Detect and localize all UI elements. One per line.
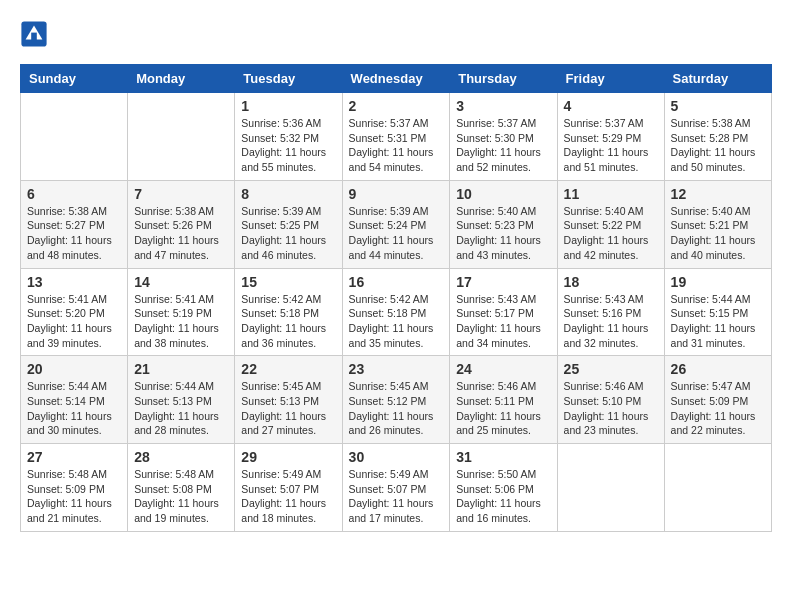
day-number: 24 — [456, 361, 550, 377]
day-info: Sunrise: 5:49 AM Sunset: 5:07 PM Dayligh… — [241, 467, 335, 526]
day-number: 23 — [349, 361, 444, 377]
calendar-cell — [128, 93, 235, 181]
day-info: Sunrise: 5:45 AM Sunset: 5:13 PM Dayligh… — [241, 379, 335, 438]
day-info: Sunrise: 5:37 AM Sunset: 5:31 PM Dayligh… — [349, 116, 444, 175]
day-info: Sunrise: 5:36 AM Sunset: 5:32 PM Dayligh… — [241, 116, 335, 175]
calendar-cell: 6Sunrise: 5:38 AM Sunset: 5:27 PM Daylig… — [21, 180, 128, 268]
calendar-cell: 17Sunrise: 5:43 AM Sunset: 5:17 PM Dayli… — [450, 268, 557, 356]
col-header-friday: Friday — [557, 65, 664, 93]
calendar-cell: 22Sunrise: 5:45 AM Sunset: 5:13 PM Dayli… — [235, 356, 342, 444]
calendar-cell: 2Sunrise: 5:37 AM Sunset: 5:31 PM Daylig… — [342, 93, 450, 181]
day-info: Sunrise: 5:46 AM Sunset: 5:11 PM Dayligh… — [456, 379, 550, 438]
day-info: Sunrise: 5:44 AM Sunset: 5:14 PM Dayligh… — [27, 379, 121, 438]
day-number: 25 — [564, 361, 658, 377]
calendar-cell: 12Sunrise: 5:40 AM Sunset: 5:21 PM Dayli… — [664, 180, 771, 268]
calendar-cell — [557, 444, 664, 532]
day-info: Sunrise: 5:38 AM Sunset: 5:28 PM Dayligh… — [671, 116, 765, 175]
day-number: 28 — [134, 449, 228, 465]
col-header-thursday: Thursday — [450, 65, 557, 93]
day-info: Sunrise: 5:40 AM Sunset: 5:23 PM Dayligh… — [456, 204, 550, 263]
calendar-cell: 26Sunrise: 5:47 AM Sunset: 5:09 PM Dayli… — [664, 356, 771, 444]
calendar-cell: 25Sunrise: 5:46 AM Sunset: 5:10 PM Dayli… — [557, 356, 664, 444]
calendar-cell: 20Sunrise: 5:44 AM Sunset: 5:14 PM Dayli… — [21, 356, 128, 444]
calendar-cell: 9Sunrise: 5:39 AM Sunset: 5:24 PM Daylig… — [342, 180, 450, 268]
day-info: Sunrise: 5:40 AM Sunset: 5:22 PM Dayligh… — [564, 204, 658, 263]
week-row-4: 20Sunrise: 5:44 AM Sunset: 5:14 PM Dayli… — [21, 356, 772, 444]
week-row-2: 6Sunrise: 5:38 AM Sunset: 5:27 PM Daylig… — [21, 180, 772, 268]
calendar-cell: 3Sunrise: 5:37 AM Sunset: 5:30 PM Daylig… — [450, 93, 557, 181]
day-info: Sunrise: 5:43 AM Sunset: 5:17 PM Dayligh… — [456, 292, 550, 351]
calendar-cell: 11Sunrise: 5:40 AM Sunset: 5:22 PM Dayli… — [557, 180, 664, 268]
col-header-sunday: Sunday — [21, 65, 128, 93]
logo — [20, 20, 52, 48]
day-number: 12 — [671, 186, 765, 202]
day-number: 30 — [349, 449, 444, 465]
day-info: Sunrise: 5:45 AM Sunset: 5:12 PM Dayligh… — [349, 379, 444, 438]
day-info: Sunrise: 5:50 AM Sunset: 5:06 PM Dayligh… — [456, 467, 550, 526]
week-row-5: 27Sunrise: 5:48 AM Sunset: 5:09 PM Dayli… — [21, 444, 772, 532]
calendar-cell: 29Sunrise: 5:49 AM Sunset: 5:07 PM Dayli… — [235, 444, 342, 532]
page-header — [20, 20, 772, 48]
day-number: 7 — [134, 186, 228, 202]
calendar-cell: 10Sunrise: 5:40 AM Sunset: 5:23 PM Dayli… — [450, 180, 557, 268]
day-number: 2 — [349, 98, 444, 114]
day-number: 18 — [564, 274, 658, 290]
day-number: 13 — [27, 274, 121, 290]
day-info: Sunrise: 5:47 AM Sunset: 5:09 PM Dayligh… — [671, 379, 765, 438]
day-info: Sunrise: 5:43 AM Sunset: 5:16 PM Dayligh… — [564, 292, 658, 351]
logo-icon — [20, 20, 48, 48]
calendar-cell: 4Sunrise: 5:37 AM Sunset: 5:29 PM Daylig… — [557, 93, 664, 181]
day-info: Sunrise: 5:41 AM Sunset: 5:19 PM Dayligh… — [134, 292, 228, 351]
day-number: 21 — [134, 361, 228, 377]
calendar-cell: 16Sunrise: 5:42 AM Sunset: 5:18 PM Dayli… — [342, 268, 450, 356]
week-row-3: 13Sunrise: 5:41 AM Sunset: 5:20 PM Dayli… — [21, 268, 772, 356]
calendar-cell: 19Sunrise: 5:44 AM Sunset: 5:15 PM Dayli… — [664, 268, 771, 356]
day-number: 6 — [27, 186, 121, 202]
day-info: Sunrise: 5:48 AM Sunset: 5:08 PM Dayligh… — [134, 467, 228, 526]
calendar-cell — [664, 444, 771, 532]
day-number: 5 — [671, 98, 765, 114]
calendar-cell: 8Sunrise: 5:39 AM Sunset: 5:25 PM Daylig… — [235, 180, 342, 268]
day-number: 26 — [671, 361, 765, 377]
day-number: 22 — [241, 361, 335, 377]
day-number: 15 — [241, 274, 335, 290]
calendar-cell: 5Sunrise: 5:38 AM Sunset: 5:28 PM Daylig… — [664, 93, 771, 181]
day-info: Sunrise: 5:44 AM Sunset: 5:15 PM Dayligh… — [671, 292, 765, 351]
calendar-cell: 31Sunrise: 5:50 AM Sunset: 5:06 PM Dayli… — [450, 444, 557, 532]
calendar-cell: 24Sunrise: 5:46 AM Sunset: 5:11 PM Dayli… — [450, 356, 557, 444]
calendar-cell — [21, 93, 128, 181]
calendar-cell: 23Sunrise: 5:45 AM Sunset: 5:12 PM Dayli… — [342, 356, 450, 444]
day-info: Sunrise: 5:37 AM Sunset: 5:30 PM Dayligh… — [456, 116, 550, 175]
calendar-cell: 30Sunrise: 5:49 AM Sunset: 5:07 PM Dayli… — [342, 444, 450, 532]
col-header-monday: Monday — [128, 65, 235, 93]
day-number: 9 — [349, 186, 444, 202]
day-info: Sunrise: 5:42 AM Sunset: 5:18 PM Dayligh… — [349, 292, 444, 351]
day-number: 31 — [456, 449, 550, 465]
day-info: Sunrise: 5:44 AM Sunset: 5:13 PM Dayligh… — [134, 379, 228, 438]
day-number: 11 — [564, 186, 658, 202]
day-number: 19 — [671, 274, 765, 290]
calendar-table: SundayMondayTuesdayWednesdayThursdayFrid… — [20, 64, 772, 532]
day-number: 27 — [27, 449, 121, 465]
day-info: Sunrise: 5:39 AM Sunset: 5:24 PM Dayligh… — [349, 204, 444, 263]
calendar-cell: 14Sunrise: 5:41 AM Sunset: 5:19 PM Dayli… — [128, 268, 235, 356]
day-number: 10 — [456, 186, 550, 202]
calendar-cell: 27Sunrise: 5:48 AM Sunset: 5:09 PM Dayli… — [21, 444, 128, 532]
week-row-1: 1Sunrise: 5:36 AM Sunset: 5:32 PM Daylig… — [21, 93, 772, 181]
svg-rect-2 — [31, 33, 37, 41]
day-number: 3 — [456, 98, 550, 114]
day-info: Sunrise: 5:38 AM Sunset: 5:26 PM Dayligh… — [134, 204, 228, 263]
calendar-cell: 21Sunrise: 5:44 AM Sunset: 5:13 PM Dayli… — [128, 356, 235, 444]
day-info: Sunrise: 5:41 AM Sunset: 5:20 PM Dayligh… — [27, 292, 121, 351]
calendar-cell: 1Sunrise: 5:36 AM Sunset: 5:32 PM Daylig… — [235, 93, 342, 181]
day-number: 20 — [27, 361, 121, 377]
calendar-cell: 28Sunrise: 5:48 AM Sunset: 5:08 PM Dayli… — [128, 444, 235, 532]
col-header-wednesday: Wednesday — [342, 65, 450, 93]
col-header-saturday: Saturday — [664, 65, 771, 93]
calendar-cell: 15Sunrise: 5:42 AM Sunset: 5:18 PM Dayli… — [235, 268, 342, 356]
day-info: Sunrise: 5:42 AM Sunset: 5:18 PM Dayligh… — [241, 292, 335, 351]
day-number: 14 — [134, 274, 228, 290]
calendar-cell: 13Sunrise: 5:41 AM Sunset: 5:20 PM Dayli… — [21, 268, 128, 356]
day-info: Sunrise: 5:40 AM Sunset: 5:21 PM Dayligh… — [671, 204, 765, 263]
day-info: Sunrise: 5:38 AM Sunset: 5:27 PM Dayligh… — [27, 204, 121, 263]
